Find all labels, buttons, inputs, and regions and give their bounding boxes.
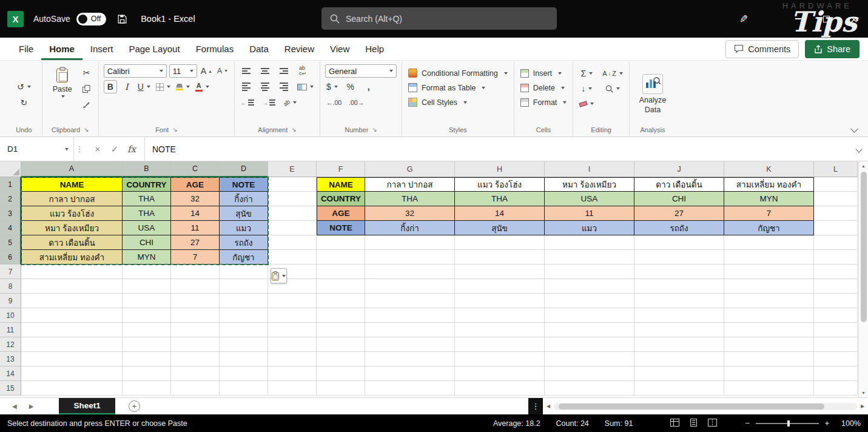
row-header-4[interactable]: 4	[0, 221, 21, 235]
collapse-ribbon-icon[interactable]	[850, 125, 858, 133]
row-header-11[interactable]: 11	[0, 323, 21, 337]
cell-C8[interactable]	[171, 279, 220, 294]
cell-H10[interactable]	[455, 308, 545, 323]
cell-H5[interactable]	[455, 235, 545, 250]
cell-I4[interactable]: แมว	[545, 221, 634, 235]
comma-style-icon[interactable]: ,	[362, 80, 375, 93]
cell-F9[interactable]	[317, 294, 365, 308]
cell-L8[interactable]	[814, 279, 858, 294]
cell-D2[interactable]: กิ้งก่า	[220, 192, 268, 206]
tab-view[interactable]: View	[322, 38, 357, 60]
row-header-5[interactable]: 5	[0, 235, 21, 250]
cell-styles-button[interactable]: Cell Styles	[407, 96, 468, 109]
alignment-dialog-launcher[interactable]: ↘	[291, 127, 296, 133]
redo-icon[interactable]: ↻	[17, 96, 30, 109]
row-header-9[interactable]: 9	[0, 294, 21, 308]
row-header-7[interactable]: 7	[0, 265, 21, 279]
cell-E9[interactable]	[268, 294, 317, 308]
cell-G10[interactable]	[365, 308, 455, 323]
cell-I2[interactable]: USA	[545, 192, 634, 206]
cell-C6[interactable]: 7	[171, 250, 220, 265]
cell-H4[interactable]: สุนัข	[455, 221, 545, 235]
cell-F8[interactable]	[317, 279, 365, 294]
cell-K15[interactable]	[724, 381, 814, 396]
font-name-combo[interactable]: Calibri	[104, 64, 167, 78]
paste-button[interactable]: Paste	[47, 64, 78, 100]
cell-I12[interactable]	[545, 337, 634, 352]
cell-A10[interactable]	[21, 308, 123, 323]
cell-G13[interactable]	[365, 352, 455, 366]
cell-A9[interactable]	[21, 294, 123, 308]
cell-F1[interactable]: NAME	[317, 177, 365, 192]
hscroll-right-icon[interactable]: ▶	[857, 403, 868, 409]
sort-filter-icon[interactable]: A↓Z	[601, 67, 624, 80]
cell-A3[interactable]: แมว ร้องโฮ่ง	[21, 206, 123, 221]
font-color-icon[interactable]: A	[194, 80, 210, 93]
align-right-icon[interactable]	[277, 80, 291, 93]
cell-I1[interactable]: หมา ร้องเหมียว	[545, 177, 634, 192]
cell-K1[interactable]: สามเหลี่ยม ทองคำ	[724, 177, 814, 192]
tab-insert[interactable]: Insert	[82, 38, 121, 60]
cell-A5[interactable]: ดาว เดือนดิ้น	[21, 235, 123, 250]
ink-pen-icon[interactable]: ✎	[739, 13, 748, 25]
cell-K5[interactable]	[724, 235, 814, 250]
cell-C5[interactable]: 27	[171, 235, 220, 250]
cell-C3[interactable]: 14	[171, 206, 220, 221]
undo-icon[interactable]: ↺	[16, 80, 32, 93]
font-dialog-launcher[interactable]: ↘	[172, 127, 177, 133]
cell-F6[interactable]	[317, 250, 365, 265]
cell-I15[interactable]	[545, 381, 634, 396]
decrease-indent-icon[interactable]: ←	[240, 96, 255, 109]
insert-function-icon[interactable]: fx	[124, 141, 140, 157]
cell-F3[interactable]: AGE	[317, 206, 365, 221]
cell-L11[interactable]	[814, 323, 858, 337]
name-box[interactable]: D1	[0, 137, 74, 161]
cell-J5[interactable]	[634, 235, 724, 250]
cell-C2[interactable]: 32	[171, 192, 220, 206]
cell-F11[interactable]	[317, 323, 365, 337]
cell-L14[interactable]	[814, 366, 858, 381]
cell-A15[interactable]	[21, 381, 123, 396]
column-header-I[interactable]: I	[545, 161, 634, 177]
cell-K8[interactable]	[724, 279, 814, 294]
cell-K12[interactable]	[724, 337, 814, 352]
cell-F14[interactable]	[317, 366, 365, 381]
cell-D4[interactable]: แมว	[220, 221, 268, 235]
cell-H9[interactable]	[455, 294, 545, 308]
conditional-formatting-button[interactable]: Conditional Formatting	[407, 67, 509, 79]
cell-G2[interactable]: THA	[365, 192, 455, 206]
cell-B3[interactable]: THA	[123, 206, 171, 221]
status-sum[interactable]: Sum: 91	[605, 419, 633, 428]
column-header-G[interactable]: G	[365, 161, 455, 177]
cancel-entry-icon[interactable]: ×	[90, 141, 106, 157]
cell-J3[interactable]: 27	[634, 206, 724, 221]
tab-page-layout[interactable]: Page Layout	[121, 38, 187, 60]
next-sheet-icon[interactable]: ▶	[29, 403, 34, 410]
cell-G9[interactable]	[365, 294, 455, 308]
row-header-12[interactable]: 12	[0, 337, 21, 352]
cell-A2[interactable]: กาลา ปากอส	[21, 192, 123, 206]
cell-G3[interactable]: 32	[365, 206, 455, 221]
cell-B10[interactable]	[123, 308, 171, 323]
column-header-A[interactable]: A	[21, 161, 123, 177]
cell-D13[interactable]	[220, 352, 268, 366]
cell-L10[interactable]	[814, 308, 858, 323]
cell-F7[interactable]	[317, 265, 365, 279]
row-header-15[interactable]: 15	[0, 381, 21, 396]
cell-E10[interactable]	[268, 308, 317, 323]
row-header-1[interactable]: 1	[0, 177, 21, 192]
cell-B1[interactable]: COUNTRY	[123, 177, 171, 192]
hscroll-left-icon[interactable]: ◀	[543, 403, 554, 409]
save-icon[interactable]	[117, 14, 127, 24]
scroll-up-icon[interactable]: ▲	[859, 161, 868, 170]
cell-I8[interactable]	[545, 279, 634, 294]
cell-G14[interactable]	[365, 366, 455, 381]
comments-button[interactable]: Comments	[725, 40, 799, 58]
tab-data[interactable]: Data	[241, 38, 277, 60]
cell-E13[interactable]	[268, 352, 317, 366]
cell-G5[interactable]	[365, 235, 455, 250]
cell-D8[interactable]	[220, 279, 268, 294]
zoom-slider[interactable]	[756, 423, 819, 424]
cell-B4[interactable]: USA	[123, 221, 171, 235]
cell-K4[interactable]: กัญชา	[724, 221, 814, 235]
